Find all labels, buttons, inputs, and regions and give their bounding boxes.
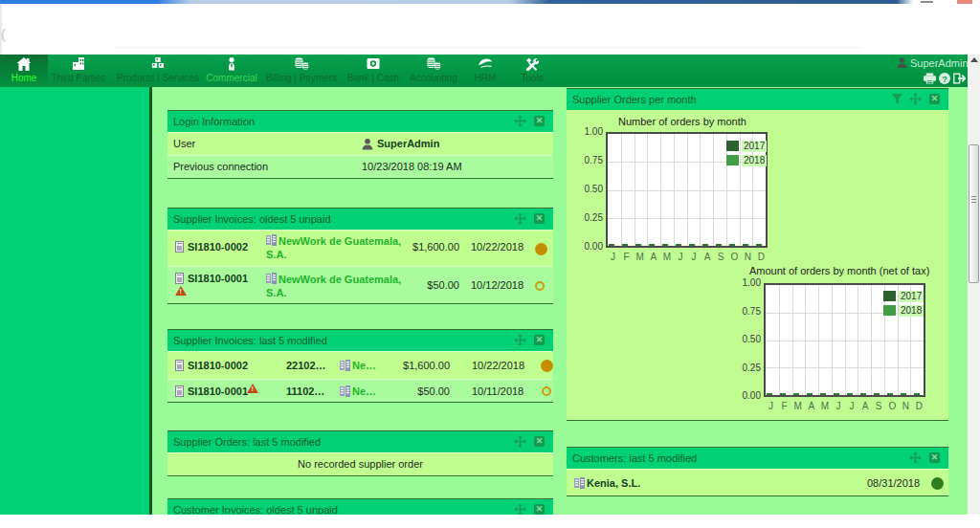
svg-text:?: ? [942,75,947,84]
